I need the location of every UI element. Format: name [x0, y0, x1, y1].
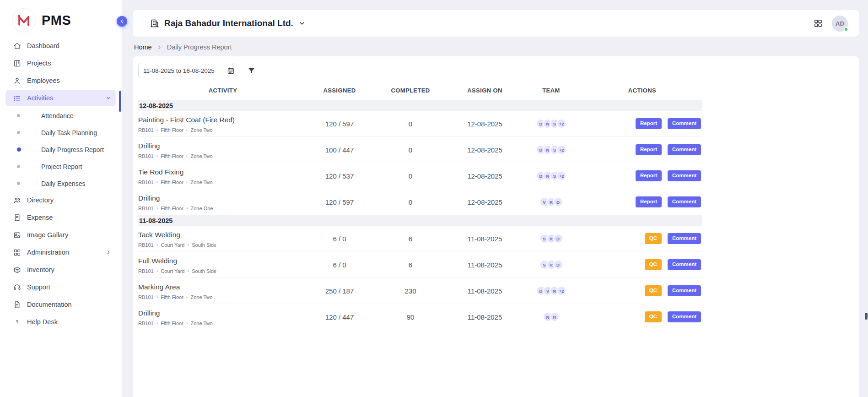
- assigned-value: 6 / 0: [307, 235, 372, 243]
- qc-button[interactable]: QC: [645, 233, 662, 244]
- sidebar-item-label: Projects: [27, 60, 51, 67]
- sidebar-subitem-label: Attendance: [41, 112, 74, 120]
- sidebar-item-administration[interactable]: Administration: [5, 244, 116, 261]
- sidebar-item-expense[interactable]: Expense: [5, 209, 116, 226]
- user-avatar[interactable]: AD: [832, 16, 848, 32]
- sidebar-subitem-project-report[interactable]: Project Report: [5, 158, 116, 175]
- activity-cell: Full WeldingRB101›Court Yard›South Side: [138, 256, 307, 274]
- assign-on-value: 11-08-2025: [449, 235, 520, 243]
- sidebar-item-activities[interactable]: Activities: [5, 90, 116, 106]
- apps-grid-button[interactable]: [814, 19, 823, 28]
- sidebar-item-dashboard[interactable]: Dashboard: [5, 38, 116, 54]
- scrollbar-thumb[interactable]: [865, 313, 868, 320]
- activity-name: Tie Rod Fixing: [138, 168, 307, 176]
- comment-button[interactable]: Comment: [668, 259, 701, 270]
- path-segment: Fifth Floor: [161, 206, 183, 211]
- breadcrumb-home[interactable]: Home: [134, 44, 152, 51]
- qc-button[interactable]: QC: [645, 259, 662, 270]
- comment-button[interactable]: Comment: [668, 118, 701, 129]
- sidebar-subitem-daily-progress-report[interactable]: Daily Progress Report: [5, 141, 116, 158]
- completed-value: 0: [372, 146, 449, 154]
- users-icon: [13, 196, 21, 204]
- activity-path: RB101›Court Yard›South Side: [138, 242, 307, 248]
- sidebar-subitem-daily-task-planning[interactable]: Daily Task Planning: [5, 124, 116, 141]
- path-segment: RB101: [138, 153, 154, 159]
- report-button[interactable]: Report: [636, 118, 662, 129]
- path-segment: Fifth Floor: [161, 321, 183, 326]
- actions-cell: QCComment: [582, 233, 702, 244]
- comment-button[interactable]: Comment: [668, 196, 701, 207]
- sidebar-item-directory[interactable]: Directory: [5, 192, 116, 208]
- sidebar-item-label: Directory: [27, 196, 54, 204]
- sidebar-item-help-desk[interactable]: Help Desk: [5, 314, 116, 330]
- comment-button[interactable]: Comment: [668, 233, 701, 244]
- bullet-icon: [17, 131, 20, 134]
- calendar-icon: [227, 67, 235, 75]
- path-segment: Fifth Floor: [161, 179, 183, 185]
- bullet-icon: [17, 182, 20, 185]
- team-avatar[interactable]: D: [553, 197, 563, 207]
- date-range-input[interactable]: [143, 67, 224, 74]
- path-segment: RB101: [138, 206, 154, 211]
- team-extra-count[interactable]: +2: [556, 171, 566, 181]
- activity-path: RB101›Fifth Floor›Zone Two: [138, 294, 307, 300]
- sidebar-item-employees[interactable]: Employees: [5, 72, 116, 89]
- sidebar-item-projects[interactable]: Projects: [5, 55, 116, 71]
- report-button[interactable]: Report: [636, 144, 662, 155]
- assign-on-value: 12-08-2025: [449, 120, 520, 128]
- qc-button[interactable]: QC: [645, 285, 662, 296]
- chevron-right-icon: ›: [156, 153, 158, 158]
- path-segment: Zone Two: [191, 321, 213, 326]
- team-avatar[interactable]: D: [553, 234, 563, 244]
- sidebar-item-image-gallery[interactable]: Image Gallary: [5, 227, 116, 243]
- actions-cell: ReportComment: [582, 196, 702, 207]
- sidebar-item-inventory[interactable]: Inventory: [5, 261, 116, 278]
- table-row: DrillingRB101›Fifth Floor›Zone One120 / …: [138, 189, 702, 215]
- path-segment: RB101: [138, 127, 154, 133]
- breadcrumb-current: Daily Progress Report: [167, 44, 232, 51]
- sidebar-item-label: Activities: [27, 94, 53, 102]
- sidebar-subitem-label: Daily Expenses: [41, 180, 86, 187]
- activity-path: RB101›Fifth Floor›Zone Two: [138, 153, 307, 159]
- sidebar-item-documentation[interactable]: Documentation: [5, 296, 116, 313]
- chevron-down-icon: [105, 95, 112, 101]
- report-button[interactable]: Report: [636, 170, 662, 181]
- team-extra-count[interactable]: +2: [556, 145, 566, 155]
- date-range-picker[interactable]: [138, 63, 235, 78]
- active-section-indicator: [119, 91, 121, 112]
- sidebar-item-support[interactable]: Support: [5, 279, 116, 295]
- comment-button[interactable]: Comment: [668, 170, 701, 181]
- sidebar-subitem-attendance[interactable]: Attendance: [5, 107, 116, 124]
- actions-cell: ReportComment: [582, 170, 702, 181]
- team-extra-count[interactable]: +2: [556, 286, 566, 296]
- team-extra-count[interactable]: +2: [556, 119, 566, 129]
- team-avatars: SRD: [520, 234, 582, 244]
- company-selector[interactable]: Raja Bahadur International Ltd.: [150, 18, 306, 28]
- team-avatar[interactable]: D: [553, 260, 563, 270]
- activity-cell: Tack WeldingRB101›Court Yard›South Side: [138, 230, 307, 248]
- activity-name: Tack Welding: [138, 231, 307, 239]
- help-circle-icon: [13, 318, 21, 326]
- qc-button[interactable]: QC: [645, 311, 662, 322]
- table-row: DrillingRB101›Fifth Floor›Zone Two120 / …: [138, 304, 702, 330]
- chevron-right-icon: [156, 44, 162, 50]
- comment-button[interactable]: Comment: [668, 144, 701, 155]
- activity-cell: Marking AreaRB101›Fifth Floor›Zone Two: [138, 282, 307, 300]
- chevron-right-icon: ›: [156, 268, 158, 273]
- document-icon: [13, 300, 21, 309]
- comment-button[interactable]: Comment: [668, 285, 701, 296]
- team-avatar[interactable]: R: [550, 312, 560, 322]
- report-card: ACTIVITY ASSIGNED COMPLETED ASSIGN ON TE…: [133, 56, 859, 397]
- actions-cell: ReportComment: [582, 118, 702, 129]
- sidebar-subitem-daily-expenses[interactable]: Daily Expenses: [5, 175, 116, 192]
- comment-button[interactable]: Comment: [668, 311, 701, 322]
- report-button[interactable]: Report: [636, 196, 662, 207]
- group-date-row: 12-08-2025: [138, 100, 702, 111]
- sidebar-item-label: Support: [27, 283, 50, 291]
- user-icon: [13, 76, 21, 85]
- column-header-actions: ACTIONS: [582, 87, 702, 94]
- filter-button[interactable]: [247, 66, 256, 75]
- sidebar-collapse-button[interactable]: [117, 16, 127, 27]
- activity-cell: DrillingRB101›Fifth Floor›Zone Two: [138, 141, 307, 159]
- column-header-assigned: ASSIGNED: [307, 87, 372, 94]
